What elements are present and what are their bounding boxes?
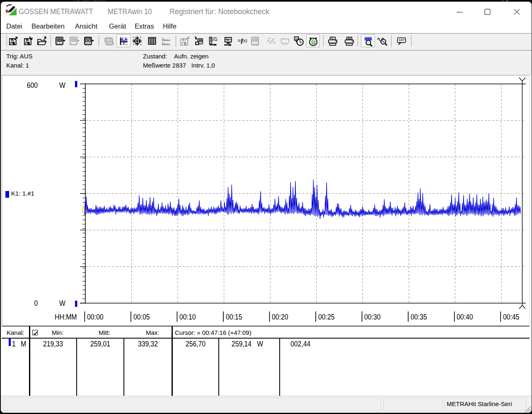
svg-text:1/2?: 1/2? bbox=[399, 38, 405, 42]
svg-text:(x): (x) bbox=[242, 39, 247, 43]
